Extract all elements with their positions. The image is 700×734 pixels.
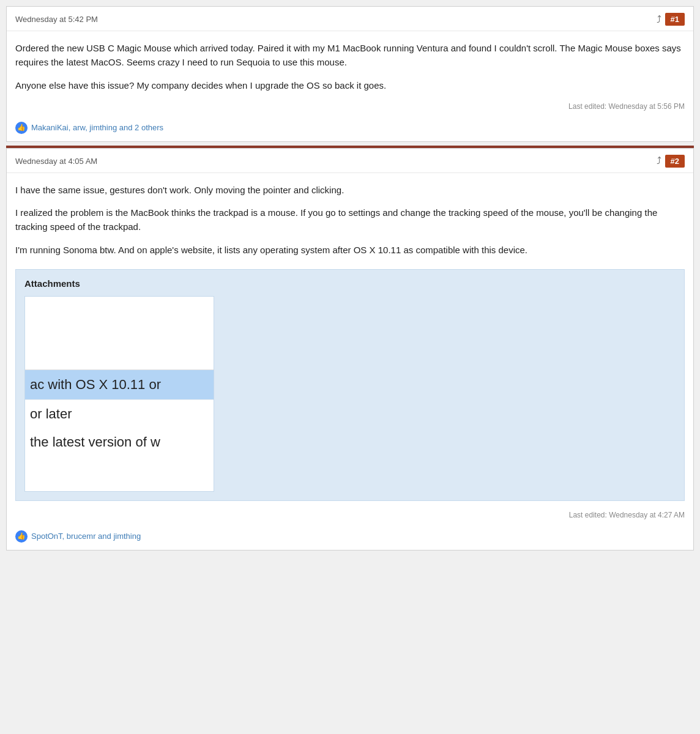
attachment-line-1: ac with OS X 10.11 or: [25, 370, 214, 401]
post-1-paragraph-1: Ordered the new USB C Magic Mouse which …: [15, 41, 685, 70]
post-2-header: Wednesday at 4:05 AM ⤴ #2: [7, 149, 693, 173]
post-2-reaction-users[interactable]: SpotOnT, brucemr and jimthing: [31, 532, 141, 541]
attachments-title: Attachments: [24, 278, 676, 289]
attachment-bottom-space: [25, 456, 214, 491]
post-1-header-right: ⤴ #1: [657, 13, 685, 26]
post-2: Wednesday at 4:05 AM ⤴ #2 I have the sam…: [6, 148, 694, 550]
post-1-header: Wednesday at 5:42 PM ⤴ #1: [7, 7, 693, 31]
post-1-reactions: 👍 MakaniKai, arw, jimthing and 2 others: [7, 117, 693, 141]
post-1-timestamp: Wednesday at 5:42 PM: [15, 15, 98, 24]
post-1-number: #1: [665, 13, 685, 26]
share-icon[interactable]: ⤴: [657, 14, 661, 25]
posts-container: Wednesday at 5:42 PM ⤴ #1 Ordered the ne…: [0, 0, 700, 560]
post-2-paragraph-3: I'm running Sonoma btw. And on apple's w…: [15, 243, 685, 257]
reaction-icon-2[interactable]: 👍: [15, 530, 28, 543]
post-1-reaction-users[interactable]: MakaniKai, arw, jimthing and 2 others: [31, 123, 163, 132]
reaction-icon-1[interactable]: 👍: [15, 122, 28, 134]
post-1-paragraph-2: Anyone else have this issue? My company …: [15, 78, 685, 92]
attachment-line-3: the latest version of w: [25, 428, 214, 456]
post-2-header-right: ⤴ #2: [657, 155, 685, 168]
post-1: Wednesday at 5:42 PM ⤴ #1 Ordered the ne…: [6, 6, 694, 142]
post-2-edited: Last edited: Wednesday at 4:27 AM: [7, 508, 693, 525]
attachments-section: Attachments ac with OS X 10.11 or or lat…: [15, 269, 685, 501]
post-2-number: #2: [665, 155, 685, 168]
attachment-card[interactable]: ac with OS X 10.11 or or later the lates…: [24, 296, 214, 492]
attachment-text-lines: ac with OS X 10.11 or or later the lates…: [25, 370, 214, 457]
post-2-paragraph-1: I have the same issue, gestures don't wo…: [15, 183, 685, 197]
post-2-body: I have the same issue, gestures don't wo…: [7, 173, 693, 264]
post-2-reactions: 👍 SpotOnT, brucemr and jimthing: [7, 525, 693, 550]
post-2-paragraph-2: I realized the problem is the MacBook th…: [15, 206, 685, 234]
attachment-image-area: [25, 297, 214, 370]
post-1-edited: Last edited: Wednesday at 5:56 PM: [7, 100, 693, 117]
post-1-body: Ordered the new USB C Magic Mouse which …: [7, 31, 693, 100]
attachment-line-2: or later: [25, 400, 214, 428]
share-icon-2[interactable]: ⤴: [657, 155, 661, 166]
post-2-timestamp: Wednesday at 4:05 AM: [15, 157, 97, 166]
